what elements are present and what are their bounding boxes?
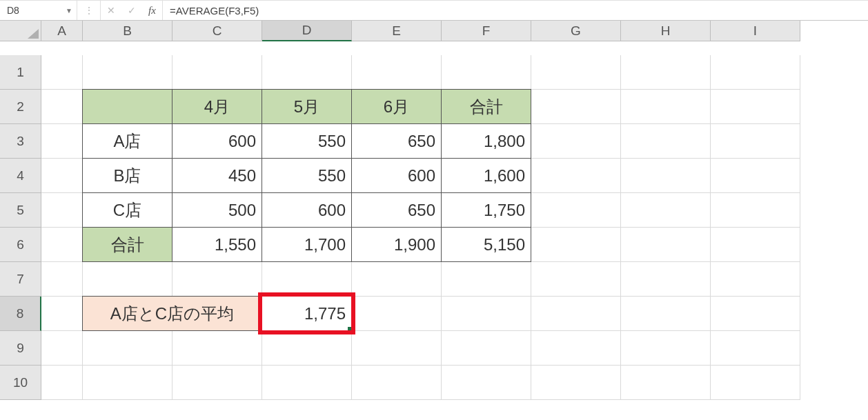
cell-E6[interactable]: 1,900 [351, 227, 442, 262]
cancel-formula-button[interactable]: ✕ [101, 1, 121, 20]
cell-A4[interactable] [41, 159, 83, 193]
col-header-E[interactable]: E [352, 21, 442, 41]
cell-E2[interactable]: 6月 [351, 89, 442, 124]
cell-I1[interactable] [711, 55, 800, 90]
cell-F2[interactable]: 合計 [441, 89, 531, 124]
col-header-H[interactable]: H [621, 21, 711, 41]
chevron-down-icon[interactable]: ▼ [66, 7, 72, 14]
cell-A9[interactable] [41, 331, 83, 366]
cell-A1[interactable] [41, 55, 83, 90]
cell-A3[interactable] [41, 124, 83, 159]
cell-H7[interactable] [621, 262, 711, 297]
cell-F3[interactable]: 1,800 [441, 123, 531, 159]
cell-B4[interactable]: B店 [82, 158, 172, 193]
cell-C2[interactable]: 4月 [172, 89, 262, 124]
cell-F6[interactable]: 5,150 [441, 227, 531, 262]
cell-C9[interactable] [172, 331, 262, 366]
cell-C10[interactable] [172, 366, 262, 400]
col-header-C[interactable]: C [172, 21, 262, 41]
cell-I2[interactable] [711, 90, 800, 124]
cell-E5[interactable]: 650 [351, 192, 442, 228]
cell-E3[interactable]: 650 [351, 123, 442, 159]
cell-F7[interactable] [442, 262, 531, 297]
cell-F9[interactable] [442, 331, 531, 366]
cell-C7[interactable] [172, 262, 262, 297]
cell-A2[interactable] [41, 90, 83, 124]
cell-C5[interactable]: 500 [172, 192, 262, 228]
cell-D1[interactable] [262, 55, 352, 90]
col-header-A[interactable]: A [41, 21, 83, 41]
confirm-formula-button[interactable]: ✓ [121, 1, 142, 20]
cell-H1[interactable] [621, 55, 711, 90]
cell-I6[interactable] [711, 228, 800, 262]
cell-B9[interactable] [83, 331, 172, 366]
cell-B10[interactable] [83, 366, 172, 400]
cell-H2[interactable] [621, 90, 711, 124]
cell-H6[interactable] [621, 228, 711, 262]
cell-I8[interactable] [711, 297, 800, 331]
row-header-7[interactable]: 7 [0, 262, 41, 297]
cell-G3[interactable] [531, 124, 621, 159]
cell-E9[interactable] [352, 331, 442, 366]
cell-F5[interactable]: 1,750 [441, 192, 531, 228]
cell-E4[interactable]: 600 [351, 158, 442, 193]
cell-E1[interactable] [352, 55, 442, 90]
cell-B3[interactable]: A店 [82, 123, 172, 159]
formula-input[interactable]: =AVERAGE(F3,F5) [163, 1, 868, 20]
cell-B5[interactable]: C店 [82, 192, 172, 228]
cell-A8[interactable] [41, 297, 83, 331]
name-box[interactable]: D8 ▼ [0, 1, 77, 20]
cell-D8[interactable]: 1,775 [262, 296, 352, 331]
cell-H5[interactable] [621, 193, 711, 228]
cell-H9[interactable] [621, 331, 711, 366]
cell-B7[interactable] [83, 262, 172, 297]
cell-D7[interactable] [262, 262, 352, 297]
cell-I10[interactable] [711, 366, 800, 400]
cell-I4[interactable] [711, 159, 800, 193]
cell-B1[interactable] [83, 55, 172, 90]
row-header-6[interactable]: 6 [0, 228, 41, 262]
cell-G8[interactable] [531, 297, 621, 331]
cell-H3[interactable] [621, 124, 711, 159]
col-header-F[interactable]: F [442, 21, 531, 41]
cell-G1[interactable] [531, 55, 621, 90]
cell-G2[interactable] [531, 90, 621, 124]
cell-F10[interactable] [442, 366, 531, 400]
col-header-G[interactable]: G [531, 21, 621, 41]
row-header-4[interactable]: 4 [0, 159, 41, 193]
row-header-8[interactable]: 8 [0, 297, 41, 331]
select-all-corner[interactable] [0, 21, 41, 41]
cell-F4[interactable]: 1,600 [441, 158, 531, 193]
insert-function-button[interactable]: fx [142, 1, 163, 20]
cell-B8C8-merged[interactable]: A店とC店の平均 [82, 296, 262, 331]
cell-E8[interactable] [352, 297, 442, 331]
cell-G9[interactable] [531, 331, 621, 366]
cell-D2[interactable]: 5月 [262, 89, 352, 124]
cell-G7[interactable] [531, 262, 621, 297]
cell-B6[interactable]: 合計 [82, 227, 172, 262]
col-header-D[interactable]: D [262, 21, 352, 41]
cell-I3[interactable] [711, 124, 800, 159]
col-header-I[interactable]: I [711, 21, 800, 41]
cell-F1[interactable] [442, 55, 531, 90]
cell-A10[interactable] [41, 366, 83, 400]
cell-I9[interactable] [711, 331, 800, 366]
row-header-1[interactable]: 1 [0, 55, 41, 90]
cell-G10[interactable] [531, 366, 621, 400]
row-header-9[interactable]: 9 [0, 331, 41, 366]
cell-G6[interactable] [531, 228, 621, 262]
cell-D3[interactable]: 550 [262, 123, 352, 159]
cell-E10[interactable] [352, 366, 442, 400]
spreadsheet-grid[interactable]: A B C D E F G H I 1 2 4月 5月 6月 合計 3 A店 6… [0, 21, 868, 400]
col-header-B[interactable]: B [83, 21, 172, 41]
cell-H8[interactable] [621, 297, 711, 331]
cell-D10[interactable] [262, 366, 352, 400]
cell-I7[interactable] [711, 262, 800, 297]
cell-A7[interactable] [41, 262, 83, 297]
row-header-2[interactable]: 2 [0, 90, 41, 124]
cell-D5[interactable]: 600 [262, 192, 352, 228]
cell-H4[interactable] [621, 159, 711, 193]
cell-C4[interactable]: 450 [172, 158, 262, 193]
row-header-10[interactable]: 10 [0, 366, 41, 400]
cell-D9[interactable] [262, 331, 352, 366]
